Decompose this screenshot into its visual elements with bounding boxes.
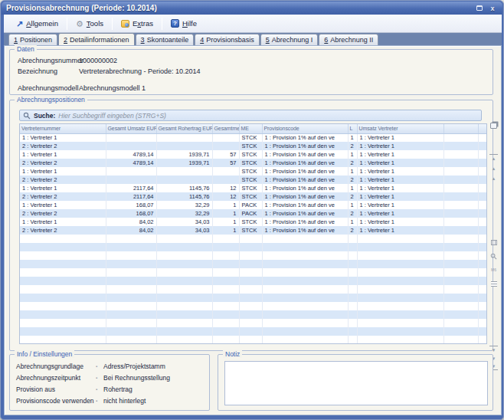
folder-extras-icon [121, 20, 129, 28]
scroll-down-icon[interactable]: ▼ [489, 346, 498, 353]
field-abrechnungsnummer: Abrechnungsnummer 1000000002 [18, 57, 117, 64]
arrow-ne-icon: ↗ [16, 20, 23, 28]
table-row[interactable] [20, 243, 487, 251]
cell [478, 327, 487, 336]
info-abrechnungsgrundlage: Abrechnungsgrundlage ▪ Adress/Projektsta… [16, 363, 165, 370]
cell [156, 268, 212, 277]
cell: 1 : Vertreter 1 [20, 201, 106, 209]
search-row-icon[interactable] [489, 252, 498, 260]
table-row[interactable]: 1 : Vertreter 1STCK1 : Provision 1% auf … [20, 133, 487, 142]
table-row[interactable] [20, 327, 487, 336]
field-abrechnungsmodell: Abrechnungsmodell Abrechnungsmodell 1 [18, 84, 146, 92]
cell [106, 285, 156, 294]
cell [106, 277, 156, 285]
table-row[interactable]: 2 : Vertreter 22117,641145,7612STCK1 : P… [20, 192, 487, 201]
cell [348, 277, 357, 285]
table-row[interactable]: 2 : Vertreter 284,0234,031STCK1 : Provis… [20, 226, 487, 235]
cell [443, 184, 478, 192]
cell [239, 319, 262, 327]
cell [106, 310, 156, 319]
search-input[interactable] [58, 112, 478, 120]
cell [106, 167, 156, 176]
table-row[interactable] [20, 251, 487, 260]
table-row[interactable] [20, 285, 487, 294]
field-label: Bezeichnung [18, 67, 79, 75]
table-row[interactable] [20, 336, 487, 344]
cell [262, 285, 348, 294]
table-row[interactable] [20, 302, 487, 310]
gear-icon: ⚙ [76, 20, 83, 28]
table-row[interactable]: 1 : Vertreter 14789,141939,7157STCK1 : P… [20, 150, 487, 159]
tab-detailinformationen[interactable]: 2Detailinformationen [58, 33, 135, 45]
columns-icon[interactable] [489, 238, 498, 246]
cell [106, 133, 156, 142]
title-bar[interactable]: Provisionsabrechnung (Periode: 10.2014) … [2, 2, 502, 15]
menu-hilfe[interactable]: ? Hilfe [165, 17, 203, 31]
cell [443, 235, 478, 243]
table-row[interactable]: 2 : Vertreter 24789,141939,7157STCK1 : P… [20, 159, 487, 167]
tab-provisionsbasis[interactable]: 4Provisionsbasis [195, 34, 260, 45]
grid-header-row[interactable]: Vertreternummer Gesamt Umsatz EUR Gesamt… [20, 124, 487, 133]
cell: 34,03 [156, 218, 212, 226]
cell [262, 310, 348, 319]
table-row[interactable]: 1 : Vertreter 1168,0732,291PACK1 : Provi… [20, 201, 487, 209]
tab-abrechnung-1[interactable]: 5Abrechnung I [260, 34, 319, 45]
cascade-icon[interactable] [489, 122, 498, 130]
scroll-page-up-icon[interactable]: ▲ [489, 165, 498, 172]
cell: 1 : Provision 1% auf den ve [262, 167, 348, 176]
table-row[interactable] [20, 235, 487, 243]
table-row[interactable]: 1 : Vertreter 184,0234,031STCK1 : Provis… [20, 218, 487, 226]
cell: 1 : Vertreter 1 [357, 133, 443, 142]
cell [478, 176, 487, 184]
multiselect-icon[interactable]: M6 [489, 266, 498, 274]
menu-allgemein[interactable]: ↗ Allgemein [10, 17, 64, 31]
cell: 2 : Vertreter 2 [20, 226, 106, 235]
close-icon: x [490, 5, 494, 12]
scroll-to-top-icon[interactable]: ▲ [489, 154, 498, 162]
cell: 1 [348, 218, 357, 226]
cell: 1 : Provision 1% auf den ve [262, 184, 348, 192]
table-row[interactable] [20, 319, 487, 327]
table-row[interactable] [20, 310, 487, 319]
table-row[interactable] [20, 260, 487, 268]
toolbar-separator [112, 18, 113, 30]
cell [20, 243, 106, 251]
table-row[interactable]: 2 : Vertreter 2STCK1 : Provision 1% auf … [20, 142, 487, 150]
search-bar[interactable]: Suche: [19, 110, 482, 121]
restore-button[interactable] [474, 4, 485, 13]
positions-grid[interactable]: Vertreternummer Gesamt Umsatz EUR Gesamt… [19, 123, 487, 344]
table-row[interactable] [20, 294, 487, 302]
table-row[interactable] [20, 268, 487, 277]
close-button[interactable]: x [487, 4, 498, 13]
scroll-up-icon[interactable]: ▲ [489, 175, 498, 182]
menu-tools[interactable]: ⚙ Tools [70, 17, 110, 31]
cell: STCK [239, 218, 262, 226]
restore-icon [476, 5, 483, 11]
filter-icon[interactable] [489, 280, 498, 287]
tab-skontoanteile[interactable]: 3Skontoanteile [136, 34, 195, 45]
cell [106, 302, 156, 310]
cell [212, 285, 239, 294]
cell: 1 [212, 218, 239, 226]
info-abrechnungszeitpunkt: Abrechnungszeitpunkt ▪ Bei Rechnungsstel… [16, 374, 170, 382]
table-row[interactable] [20, 277, 487, 285]
cell [212, 251, 239, 260]
menu-extras[interactable]: Extras [115, 17, 159, 31]
cell [443, 133, 478, 142]
cell [239, 235, 262, 243]
table-row[interactable]: 1 : Vertreter 12117,641145,7612STCK1 : P… [20, 184, 487, 192]
tab-abrechnung-2[interactable]: 6Abrechnung II [319, 34, 378, 45]
notiz-textarea[interactable] [224, 361, 488, 405]
cell [348, 310, 357, 319]
cell [20, 285, 106, 294]
cell: STCK [239, 176, 262, 184]
info-label: Abrechnungszeitpunkt [16, 374, 96, 382]
tab-positionen[interactable]: 1Positionen [8, 34, 57, 45]
table-row[interactable]: 2 : Vertreter 2168,0732,291PACK1 : Provi… [20, 209, 487, 218]
cell [20, 277, 106, 285]
info-value: Bei Rechnungsstellung [103, 374, 170, 382]
table-row[interactable]: 1 : Vertreter 1STCK1 : Provision 1% auf … [20, 167, 487, 176]
table-row[interactable]: 2 : Vertreter 2STCK1 : Provision 1% auf … [20, 176, 487, 184]
search-label: Suche: [34, 112, 55, 120]
cell: PACK [239, 209, 262, 218]
